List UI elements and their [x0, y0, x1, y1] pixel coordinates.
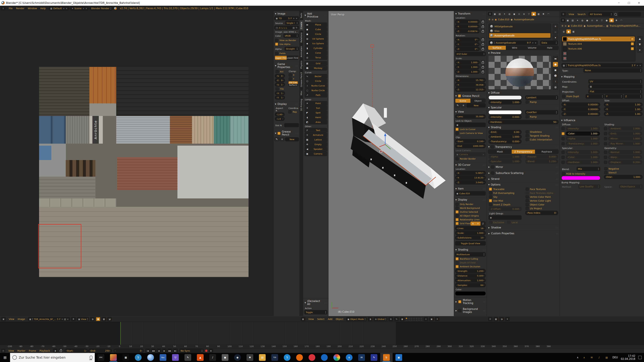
- checkbox-row[interactable]: Local: [507, 221, 518, 224]
- checkbox[interactable]: ✓: [456, 257, 459, 260]
- gp-new-button[interactable]: New: [466, 103, 486, 108]
- add-material-icon[interactable]: +: [532, 41, 534, 44]
- checkbox[interactable]: ✓: [456, 265, 459, 268]
- slider[interactable]: ◂Alpha:1.000▸: [488, 155, 522, 159]
- checkbox[interactable]: [489, 203, 492, 206]
- keying-set-icon[interactable]: ◈: [209, 349, 213, 353]
- lock-button[interactable]: [481, 69, 485, 74]
- slider[interactable]: ◂Y:13.9135▸: [455, 175, 486, 180]
- slider[interactable]: ◂Strength:1.200▸: [455, 269, 486, 273]
- influence-checkbox[interactable]: [562, 151, 565, 154]
- slider[interactable]: ◂Subdivisions:10▸: [455, 236, 486, 240]
- snap-magnet-icon[interactable]: ∩: [424, 317, 428, 321]
- segment-button[interactable]: X: [470, 222, 476, 226]
- checkbox[interactable]: [289, 73, 292, 77]
- checkbox[interactable]: [526, 100, 529, 104]
- checkbox[interactable]: [456, 206, 459, 210]
- texture-datablock[interactable]: ▦▴▾ TrainLightMapWithDiffuse.fx 2F +×: [562, 63, 642, 67]
- checkbox-row[interactable]: Vertex Color Paint: [526, 195, 558, 198]
- slider[interactable]: ◂X:0.00000▸: [562, 102, 600, 107]
- pivot-orientation-dropdown[interactable]: ⊕Global▴▾: [374, 317, 387, 321]
- taskbar-icon-notepad-app[interactable]: ✎: [368, 353, 380, 362]
- mapping-panel-header[interactable]: ▼Mapping::::: [560, 74, 644, 79]
- texture-enable-checkbox[interactable]: ✓: [631, 47, 634, 50]
- op-button-hemi[interactable]: ◖Hemi: [304, 115, 327, 120]
- segment-button[interactable]: Object: [470, 99, 486, 103]
- segment-button[interactable]: Surface: [488, 46, 506, 50]
- op-button-circle[interactable]: ●Circle: [304, 32, 327, 36]
- taskbar-icon-teb-app[interactable]: TEB: [268, 353, 281, 362]
- checkbox[interactable]: [289, 77, 292, 80]
- diffuse-color-swatch[interactable]: [488, 95, 522, 99]
- material-slot[interactable]: Glas: [489, 29, 550, 33]
- cursor-panel-header[interactable]: ▼3D Cursor::::: [454, 162, 487, 167]
- local-camera-field[interactable]: ◼Camera×: [455, 152, 486, 157]
- influence-panel-header[interactable]: ▼Influence::::: [560, 117, 644, 122]
- texture-tab-icon[interactable]: ▦: [536, 12, 541, 16]
- op-button-empty[interactable]: ✜Empty: [304, 142, 327, 147]
- intensity-color-swatch[interactable]: [562, 176, 600, 180]
- timeline-body[interactable]: [0, 322, 644, 345]
- texture-slot[interactable]: TrainLightMapWithDiffuse.fx✓: [562, 36, 635, 41]
- checkbox[interactable]: [456, 261, 459, 264]
- render-layers-tab-icon[interactable]: ▤: [570, 18, 575, 22]
- segment-button[interactable]: Raytrace: [535, 150, 558, 154]
- image-datablock[interactable]: ▣ TD 5 F + ×: [274, 16, 299, 20]
- op-button-path[interactable]: ↗Path: [304, 93, 327, 97]
- current-frame-field[interactable]: ◂0▸: [113, 349, 144, 353]
- pencil-icon[interactable]: ✎: [274, 137, 279, 141]
- info-editor-icon[interactable]: ℹ: [1, 6, 5, 10]
- op-button-sun[interactable]: ☀Sun: [304, 106, 327, 110]
- checkbox-row[interactable]: Ramp: [526, 100, 558, 104]
- segment-button[interactable]: Z: [480, 222, 486, 226]
- unlink-icon[interactable]: ×: [67, 318, 69, 321]
- material-tab-icon[interactable]: ●: [604, 18, 609, 22]
- view-panel-header[interactable]: ▼View::::: [454, 109, 487, 114]
- slider[interactable]: ◂X:1.00▸: [604, 102, 643, 107]
- slider[interactable]: ◂Hardness:50▸: [488, 120, 559, 124]
- material-slot[interactable]: Mittelgebaeude: [489, 24, 550, 29]
- taskbar-icon-epic-games[interactable]: EPIC: [95, 353, 107, 362]
- lock-button[interactable]: [481, 42, 485, 46]
- panel-checkbox[interactable]: [491, 165, 494, 169]
- checkbox[interactable]: [456, 157, 459, 160]
- influence-checkbox[interactable]: [562, 137, 565, 140]
- taskbar-icon-photos-app[interactable]: ▣: [392, 353, 405, 362]
- slider[interactable]: ◂Z:0.00000▸: [562, 112, 600, 116]
- checkbox[interactable]: [276, 87, 279, 90]
- slider[interactable]: ◂Z Offset:0.000▸: [488, 207, 522, 211]
- slider[interactable]: ◂Emit:0.00▸: [488, 130, 522, 134]
- segment-button[interactable]: Volume: [524, 46, 541, 50]
- preview-hair-button[interactable]: ≀: [553, 79, 558, 84]
- checkbox-row[interactable]: Y: [289, 77, 298, 80]
- editor-type-icon[interactable]: ☰: [488, 317, 492, 321]
- influence-checkbox[interactable]: [604, 127, 607, 130]
- lock-object-field[interactable]: ◼: [455, 123, 486, 127]
- toolshelf-tab-create[interactable]: Create: [300, 20, 304, 31]
- slider[interactable]: ◂Z:-0.05874▸: [455, 29, 480, 33]
- menu-item[interactable]: ▤: [604, 356, 610, 359]
- menu-item[interactable]: Help: [38, 7, 47, 10]
- display-mode-dropdown[interactable]: All Scenes▴▾: [588, 12, 613, 16]
- paint-mode-icon[interactable]: ◑: [90, 317, 94, 321]
- gp-add-button[interactable]: +: [461, 103, 466, 107]
- object-data-tab-icon[interactable]: ▽: [600, 18, 604, 22]
- slider[interactable]: ◂Lines:16▸: [455, 226, 486, 230]
- mat-shading-panel-header[interactable]: ▼Shading::::: [487, 124, 560, 130]
- microphone-icon[interactable]: [90, 356, 92, 359]
- image-panel-header[interactable]: ▼Image::::: [274, 11, 300, 16]
- menu-item[interactable]: View: [567, 13, 576, 15]
- texture-slot[interactable]: ▦: [562, 56, 635, 61]
- taskbar-icon-firefox[interactable]: [293, 353, 306, 362]
- op-button-cone[interactable]: ▲Cone: [304, 51, 327, 55]
- op-button-point[interactable]: ✳Point: [304, 101, 327, 106]
- taskbar-icon-mail-app[interactable]: ✉: [355, 353, 368, 362]
- gp-new-button[interactable]: New: [285, 137, 299, 141]
- checkbox-row[interactable]: Stencil: [604, 171, 642, 174]
- checkbox[interactable]: [526, 134, 529, 137]
- influence-checkbox[interactable]: [562, 161, 565, 164]
- slider[interactable]: ◂Intensity:0.000▸: [488, 115, 522, 119]
- render-tab-icon[interactable]: ▣: [492, 12, 497, 16]
- render-layers-tab-icon[interactable]: ▤: [498, 12, 502, 16]
- checkbox-row[interactable]: View as Render: [275, 39, 298, 42]
